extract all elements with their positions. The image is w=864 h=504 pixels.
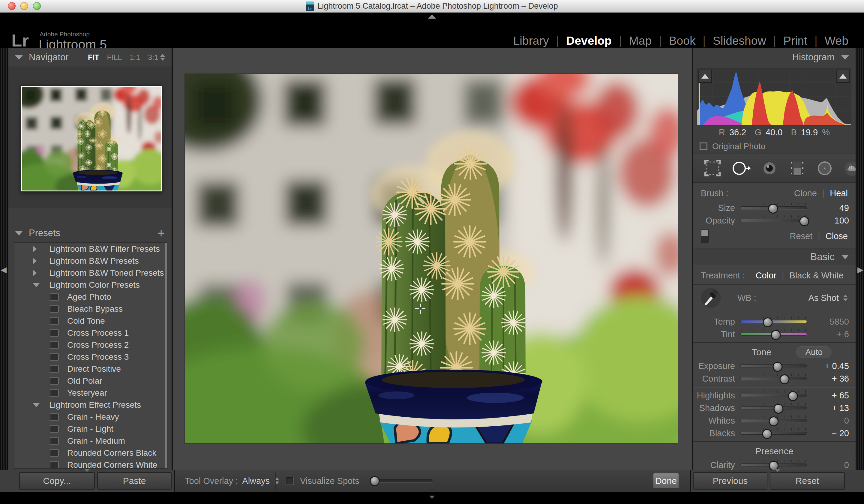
preset-item[interactable]: Grain - Heavy [14, 411, 167, 423]
chevron-right-icon[interactable] [33, 270, 37, 276]
visualize-spots-slider[interactable] [370, 479, 433, 482]
left-panel-edge[interactable]: ◀ [0, 48, 8, 470]
clone-option[interactable]: Clone [794, 189, 817, 198]
done-button[interactable]: Done [653, 473, 679, 489]
preset-item[interactable]: Rounded Corners White [14, 459, 167, 469]
presets-collapse-icon[interactable] [15, 231, 23, 236]
preset-item[interactable]: Direct Positive [14, 363, 167, 375]
wb-stepper-icon[interactable] [843, 295, 848, 301]
slider-thumb[interactable] [800, 216, 809, 226]
visualize-spots-checkbox[interactable] [286, 477, 294, 485]
main-photo[interactable] [185, 74, 678, 443]
preset-item[interactable]: Cross Process 2 [14, 339, 167, 351]
basic-header[interactable]: Basic [693, 248, 856, 265]
navigator-thumbnail[interactable] [21, 85, 162, 192]
top-panel-collapse-icon[interactable] [428, 14, 436, 19]
module-slideshow[interactable]: Slideshow [706, 34, 773, 47]
auto-tone-button[interactable]: Auto [796, 346, 832, 358]
histogram-header[interactable]: Histogram [693, 48, 856, 67]
collapse-right-icon[interactable]: ▶ [857, 265, 863, 275]
shadow-clipping-indicator[interactable] [698, 70, 712, 83]
zoom-mode-1-1[interactable]: 1:1 [130, 53, 140, 62]
slider-track[interactable] [741, 463, 807, 467]
module-print[interactable]: Print [776, 34, 815, 47]
spot-close-button[interactable]: Close [826, 231, 848, 241]
chevron-right-icon[interactable] [33, 258, 37, 264]
chevron-down-icon[interactable] [33, 403, 40, 407]
preset-group[interactable]: Lightroom B&W Presets [14, 255, 167, 267]
preset-item[interactable]: Cross Process 3 [14, 351, 167, 363]
paste-button[interactable]: Paste [97, 472, 171, 490]
preset-item[interactable]: Rounded Corners Black [14, 447, 167, 459]
zoom-mode-3-1[interactable]: 3:1 [148, 53, 158, 62]
radial-filter-icon[interactable] [816, 159, 833, 178]
preset-item[interactable]: Grain - Medium [14, 435, 167, 447]
slider-thumb[interactable] [773, 361, 782, 372]
chevron-right-icon[interactable] [33, 246, 37, 252]
filmstrip-collapsed-bar[interactable] [0, 492, 864, 504]
slider-thumb[interactable] [774, 404, 783, 414]
crop-overlay-icon[interactable] [704, 159, 721, 178]
slider-thumb[interactable] [771, 330, 780, 340]
slider-track[interactable] [741, 206, 807, 210]
slider-track[interactable] [741, 320, 807, 323]
filmstrip-grip-icon[interactable] [429, 496, 435, 499]
module-map[interactable]: Map [622, 34, 659, 47]
collapse-left-icon[interactable]: ◀ [1, 265, 7, 275]
left-panel-grip-icon[interactable] [84, 469, 90, 472]
histogram-collapse-icon[interactable] [841, 55, 849, 60]
tool-overlay-value[interactable]: Always [242, 476, 270, 486]
wb-value[interactable]: As Shot [808, 293, 839, 303]
zoom-stepper-icon[interactable] [160, 54, 165, 61]
spot-removal-icon[interactable] [731, 159, 751, 178]
treatment-bw[interactable]: Black & White [790, 271, 844, 280]
preset-group[interactable]: Lightroom Effect Presets [14, 399, 167, 411]
module-library[interactable]: Library [506, 34, 556, 47]
panel-switch-icon[interactable] [701, 229, 709, 243]
slider-thumb[interactable] [769, 416, 778, 426]
zoom-mode-fill[interactable]: FILL [107, 53, 122, 62]
chevron-down-icon[interactable] [33, 283, 40, 287]
slider-thumb[interactable] [769, 460, 778, 470]
slider-track[interactable] [741, 377, 807, 381]
slider-thumb[interactable] [763, 317, 772, 327]
module-web[interactable]: Web [817, 34, 856, 47]
reset-button[interactable]: Reset [770, 472, 845, 490]
slider-track[interactable] [741, 333, 807, 336]
spot-reset-button[interactable]: Reset [790, 231, 813, 241]
red-eye-icon[interactable] [761, 159, 778, 178]
right-panel-grip-icon[interactable] [775, 469, 780, 472]
slider-track[interactable] [741, 419, 807, 422]
histogram-chart[interactable] [697, 68, 851, 125]
heal-option[interactable]: Heal [830, 189, 848, 198]
preset-item[interactable]: Aged Photo [14, 291, 167, 303]
zoom-button[interactable] [33, 2, 41, 10]
slider-track[interactable] [741, 364, 807, 368]
copy-button[interactable]: Copy... [19, 472, 95, 490]
navigator-header[interactable]: Navigator FITFILL1:13:1 [8, 48, 171, 67]
preset-group[interactable]: Lightroom B&W Filter Presets [14, 243, 167, 255]
slider-track[interactable] [741, 394, 807, 397]
zoom-mode-fit[interactable]: FIT [88, 53, 99, 62]
slider-track[interactable] [741, 219, 807, 222]
preset-group[interactable]: Lightroom Color Presets [14, 279, 167, 291]
presets-scrollbar[interactable] [165, 243, 167, 468]
slider-thumb[interactable] [769, 203, 778, 214]
graduated-filter-icon[interactable] [789, 159, 806, 178]
original-photo-checkbox[interactable] [699, 143, 707, 150]
treatment-color[interactable]: Color [756, 271, 776, 280]
preset-item[interactable]: Yesteryear [14, 387, 167, 399]
previous-button[interactable]: Previous [693, 472, 767, 490]
preset-item[interactable]: Bleach Bypass [14, 303, 167, 315]
add-preset-button[interactable]: + [157, 226, 165, 241]
preset-group[interactable]: Lightroom B&W Toned Presets [14, 267, 167, 279]
highlight-clipping-indicator[interactable] [837, 70, 850, 83]
slider-track[interactable] [741, 431, 807, 435]
module-book[interactable]: Book [662, 34, 703, 47]
navigator-collapse-icon[interactable] [15, 55, 23, 60]
preset-item[interactable]: Old Polar [14, 375, 167, 387]
slider-thumb[interactable] [763, 429, 771, 439]
minimize-button[interactable] [21, 2, 28, 10]
module-develop[interactable]: Develop [559, 34, 619, 47]
right-panel-edge[interactable]: ▶ [856, 48, 864, 470]
